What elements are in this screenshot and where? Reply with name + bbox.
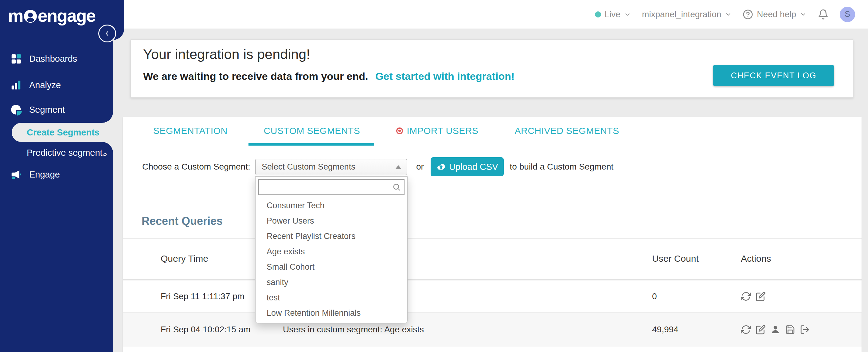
bar-chart-icon <box>10 79 22 91</box>
select-value: Select Custom Segments <box>262 162 355 172</box>
recent-queries-title: Recent Queries <box>142 215 223 228</box>
dashboard-grid-icon <box>10 53 22 64</box>
sidebar-item-label: Analyze <box>29 80 61 90</box>
user-icon[interactable] <box>770 324 780 334</box>
tab-bar: SEGMENTATION CUSTOM SEGMENTS IMPORT USER… <box>123 117 862 145</box>
query-cell: Users in custom segment: Age exists <box>283 325 424 334</box>
segment-option[interactable]: Recent Playlist Creators <box>255 228 407 244</box>
custom-segments-select[interactable]: Select Custom Segments <box>255 159 407 175</box>
help-label: Need help <box>757 9 796 19</box>
question-circle-icon <box>743 9 753 20</box>
sidebar-item-create-segments[interactable]: Create Segments <box>12 123 113 142</box>
or-text: or <box>416 162 424 172</box>
sidebar-item-analyze[interactable]: Analyze <box>0 76 113 94</box>
segment-picker-row: Choose a Custom Segment: Select Custom S… <box>142 157 613 176</box>
help-menu[interactable]: Need help <box>743 9 807 20</box>
moengage-logo: m engage <box>8 5 95 26</box>
user-avatar[interactable]: S <box>840 7 855 22</box>
recent-queries-rows: Fri Sep 11 1:11:37 pm0Fri Sep 04 10:02:1… <box>123 281 862 347</box>
megaphone-icon <box>10 169 22 180</box>
check-event-log-button[interactable]: CHECK EVENT LOG <box>713 65 834 86</box>
column-header-user-count: User Count <box>652 253 699 264</box>
sidebar-item-engage[interactable]: Engage <box>0 166 113 183</box>
tab-label: SEGMENTATION <box>153 126 227 136</box>
table-row: Fri Sep 11 1:11:37 pm0 <box>123 281 862 313</box>
top-header: Live mixpanel_integration Need help S <box>113 0 868 29</box>
chevron-down-icon <box>800 11 807 18</box>
sidebar-item-label: Segment <box>29 105 65 115</box>
segment-option[interactable]: Age exists <box>255 244 407 259</box>
tab-custom-segments[interactable]: CUSTOM SEGMENTS <box>264 117 360 145</box>
sidebar-item-segment[interactable]: Segment <box>0 101 113 118</box>
actions-cell <box>741 324 810 334</box>
banner-message: We are waiting to receive data from your… <box>143 70 515 82</box>
chevron-left-icon <box>103 30 111 37</box>
logo-text-prefix: m <box>8 5 23 26</box>
table-row: Fri Sep 04 10:02:15 amUsers in custom se… <box>123 313 862 347</box>
query-time-cell: Fri Sep 04 10:02:15 am <box>161 325 251 334</box>
logo-o-person-icon <box>23 9 37 23</box>
tab-label: ARCHIVED SEGMENTS <box>515 126 619 136</box>
sidebar-item-label: Create Segments <box>27 127 99 138</box>
tab-label: IMPORT USERS <box>407 126 478 136</box>
environment-switcher[interactable]: Live <box>595 9 631 19</box>
sidebar-item-predictive-segments[interactable]: Predictive segments <box>0 144 113 161</box>
query-time-cell: Fri Sep 11 1:11:37 pm <box>161 291 245 301</box>
sidebar-item-label: Engage <box>29 169 60 180</box>
edit-icon[interactable] <box>755 324 766 334</box>
pie-chart-icon <box>10 104 22 116</box>
sidebar-item-dashboards[interactable]: Dashboards <box>0 50 113 67</box>
segments-card: SEGMENTATION CUSTOM SEGMENTS IMPORT USER… <box>123 117 862 352</box>
import-users-bullet-icon <box>396 127 403 134</box>
column-header-actions: Actions <box>741 253 771 264</box>
tab-segmentation[interactable]: SEGMENTATION <box>153 117 227 145</box>
app-name-label: mixpanel_integration <box>642 9 721 19</box>
live-status-dot <box>595 11 601 18</box>
dropdown-search-input[interactable] <box>259 180 404 194</box>
dropdown-search-box <box>258 179 404 195</box>
user-count-cell: 49,994 <box>652 325 679 334</box>
segment-option[interactable]: Low Retention Millennials <box>255 305 407 321</box>
sidebar-collapse-button[interactable] <box>98 25 116 42</box>
tab-import-users[interactable]: IMPORT USERS <box>396 117 478 145</box>
tab-archived-segments[interactable]: ARCHIVED SEGMENTS <box>515 117 619 145</box>
export-icon[interactable] <box>800 324 810 334</box>
segment-option[interactable]: Consumer Tech <box>255 198 407 213</box>
environment-label: Live <box>605 9 620 19</box>
app-window: Live mixpanel_integration Need help S m … <box>0 0 868 352</box>
upload-csv-button[interactable]: Upload CSV <box>431 157 504 176</box>
segment-option[interactable]: test <box>255 290 407 305</box>
segment-option[interactable]: Power Users <box>255 213 407 228</box>
segment-option[interactable]: sanity <box>255 275 407 290</box>
sidebar-item-label: Dashboards <box>29 54 77 64</box>
chevron-down-icon <box>725 11 732 18</box>
banner-message-text: We are waiting to receive data from your… <box>143 70 368 82</box>
sidebar-item-label: Predictive segments <box>27 148 107 158</box>
notifications-bell-icon[interactable] <box>818 9 829 20</box>
upload-csv-label: Upload CSV <box>449 162 498 172</box>
integration-pending-banner: Your integration is pending! We are wait… <box>130 39 853 98</box>
save-icon[interactable] <box>785 324 795 334</box>
segment-options-list: Consumer TechPower UsersRecent Playlist … <box>255 198 407 321</box>
custom-segments-dropdown: Consumer TechPower UsersRecent Playlist … <box>255 176 408 323</box>
picker-suffix: to build a Custom Segment <box>510 162 614 172</box>
cloud-upload-icon <box>436 162 446 172</box>
chevron-down-icon <box>624 11 631 18</box>
column-header-query-time: Query Time <box>161 253 208 264</box>
triangle-up-icon <box>396 165 401 169</box>
edit-icon[interactable] <box>755 291 766 301</box>
picker-label: Choose a Custom Segment: <box>142 162 255 172</box>
refresh-icon[interactable] <box>741 291 751 301</box>
user-count-cell: 0 <box>652 291 657 301</box>
segment-option[interactable]: Small Cohort <box>255 259 407 275</box>
actions-cell <box>741 291 766 301</box>
get-started-link[interactable]: Get started with integration! <box>375 70 515 82</box>
app-switcher[interactable]: mixpanel_integration <box>642 9 732 19</box>
banner-title: Your integration is pending! <box>143 46 310 62</box>
sidebar: m engage Dashboards Analyze <box>0 0 113 352</box>
logo-text-suffix: engage <box>38 5 95 26</box>
refresh-icon[interactable] <box>741 324 751 334</box>
search-icon <box>392 183 401 191</box>
table-header: Query Time User Count Actions <box>123 239 862 279</box>
tab-label: CUSTOM SEGMENTS <box>264 126 360 136</box>
